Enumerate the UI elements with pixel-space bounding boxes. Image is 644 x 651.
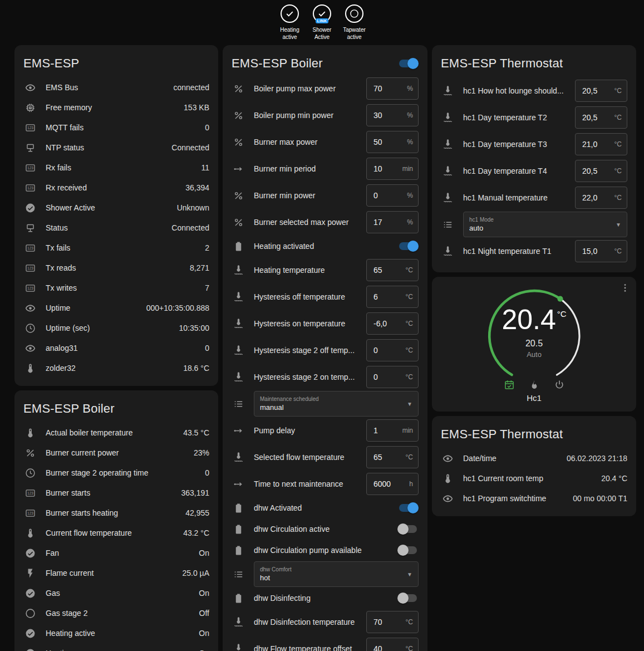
badge-label: Heating active bbox=[277, 27, 303, 41]
entity-row[interactable]: Rx fails 11 bbox=[23, 158, 209, 178]
unit-label: min bbox=[402, 427, 413, 434]
number-input[interactable]: 65 °C bbox=[366, 446, 419, 468]
number-value: 6000 bbox=[373, 479, 391, 488]
control-label: dhw Circulation pump available bbox=[254, 546, 393, 555]
number-input[interactable]: 70 % bbox=[366, 77, 419, 100]
entity-row[interactable]: Burner stage 2 operating time 0 bbox=[23, 463, 209, 483]
power-icon[interactable] bbox=[554, 379, 565, 390]
number-input[interactable]: 6000 h bbox=[366, 473, 419, 495]
unit-label: °C bbox=[614, 140, 622, 148]
control-row: hc1 Mode auto ▼ bbox=[441, 211, 627, 238]
entity-row[interactable]: Tx writes 7 bbox=[23, 278, 209, 298]
card-toggle-switch[interactable] bbox=[397, 58, 419, 69]
number-input[interactable]: 17 % bbox=[366, 211, 419, 233]
entity-row[interactable]: Date/time 06.02.2023 21:18 bbox=[441, 448, 627, 468]
clock-icon bbox=[23, 468, 46, 478]
number-input[interactable]: 0 % bbox=[366, 184, 419, 207]
number-input[interactable]: 20,5 °C bbox=[575, 106, 627, 129]
entity-row[interactable]: Actual boiler temperature 43.5 °C bbox=[23, 423, 209, 443]
circle-outline-icon bbox=[350, 9, 359, 18]
entity-value: 7 bbox=[205, 283, 209, 292]
entity-label: Gas bbox=[46, 589, 193, 598]
control-row: Hysteresis stage 2 on temp... 0 °C bbox=[232, 364, 419, 390]
unit-label: °C bbox=[406, 645, 413, 651]
number-input[interactable]: 0 °C bbox=[366, 366, 419, 388]
select-input[interactable]: dhw Comfort hot ▼ bbox=[254, 561, 419, 587]
number-input[interactable]: 40 °C bbox=[366, 638, 419, 651]
entity-row[interactable]: Tx fails 2 bbox=[23, 238, 209, 258]
entity-row[interactable]: Flame current 25.0 µA bbox=[23, 563, 209, 583]
control-row: Maintenance scheduled manual ▼ bbox=[232, 390, 419, 417]
entity-row[interactable]: Rx received 36,394 bbox=[23, 178, 209, 198]
entity-row[interactable]: Uptime 000+10:35:00.888 bbox=[23, 298, 209, 318]
chevron-down-icon: ▼ bbox=[407, 401, 412, 407]
number-input[interactable]: 6 °C bbox=[366, 286, 419, 308]
entity-row[interactable]: Uptime (sec) 10:35:00 bbox=[23, 318, 209, 338]
number-input[interactable]: 10 min bbox=[366, 158, 419, 180]
percent-icon bbox=[232, 190, 254, 201]
middle-column: EMS-ESP Boiler Boiler pump max power 70 … bbox=[223, 45, 427, 651]
percent-icon bbox=[232, 137, 254, 148]
percent-icon bbox=[232, 84, 254, 94]
unit-label: °C bbox=[614, 167, 622, 175]
toggle-switch[interactable] bbox=[397, 545, 419, 556]
entity-row[interactable]: hc1 Current room temp 20.4 °C bbox=[441, 468, 627, 488]
select-input[interactable]: hc1 Mode auto ▼ bbox=[463, 212, 627, 237]
number-input[interactable]: 21,0 °C bbox=[575, 133, 627, 155]
entity-row[interactable]: hc1 Program switchtime 00 mo 00:00 T1 bbox=[441, 488, 627, 508]
more-options-icon[interactable] bbox=[620, 282, 631, 293]
entity-row[interactable]: Gas stage 2 Off bbox=[23, 603, 209, 623]
entity-row[interactable]: Status Connected bbox=[23, 218, 209, 238]
number-input[interactable]: 50 % bbox=[366, 131, 419, 153]
entity-row[interactable]: Heating active On bbox=[23, 623, 209, 643]
link-chip: LINK bbox=[316, 18, 329, 23]
toggle-switch[interactable] bbox=[397, 502, 419, 513]
number-input[interactable]: 15,0 °C bbox=[575, 240, 627, 262]
thermo-water-icon bbox=[441, 193, 463, 203]
calendar-check-icon[interactable] bbox=[504, 379, 515, 390]
select-input[interactable]: Maintenance scheduled manual ▼ bbox=[254, 391, 419, 417]
glance-badge[interactable]: Tapwater active bbox=[341, 4, 368, 41]
entity-row[interactable]: MQTT fails 0 bbox=[23, 118, 209, 138]
entity-label: hc1 Current room temp bbox=[463, 474, 596, 483]
toggle-switch[interactable] bbox=[397, 523, 419, 535]
number-input[interactable]: 22,0 °C bbox=[575, 187, 627, 209]
entity-row[interactable]: Burner starts 363,191 bbox=[23, 483, 209, 503]
badge-circle[interactable] bbox=[281, 4, 299, 23]
card-header: EMS-ESP Boiler bbox=[232, 52, 419, 75]
glance-badge[interactable]: Heating active bbox=[277, 4, 303, 41]
badge-circle[interactable] bbox=[345, 4, 363, 23]
entity-row[interactable]: Tx reads 8,271 bbox=[23, 258, 209, 278]
entity-label: Free memory bbox=[46, 103, 178, 112]
entity-row[interactable]: zolder32 18.6 °C bbox=[23, 358, 209, 378]
number-input[interactable]: 70 °C bbox=[366, 611, 419, 633]
toggle-switch[interactable] bbox=[397, 241, 419, 252]
number-input[interactable]: 20,5 °C bbox=[575, 80, 627, 102]
number-input[interactable]: 0 °C bbox=[366, 339, 419, 361]
entity-row[interactable]: Fan On bbox=[23, 543, 209, 563]
entity-row[interactable]: Heating pump On bbox=[23, 643, 209, 651]
entity-row[interactable]: Gas On bbox=[23, 583, 209, 603]
toggle-switch[interactable] bbox=[397, 593, 419, 604]
temperature-dial[interactable]: 20.4 °C 20.5 Auto bbox=[482, 285, 587, 387]
number-input[interactable]: -6,0 °C bbox=[366, 312, 419, 335]
unit-label: min bbox=[402, 165, 413, 173]
left-column: EMS-ESP EMS Bus connected Free memory 15… bbox=[14, 45, 218, 651]
percent-icon bbox=[23, 448, 46, 458]
entity-row[interactable]: Burner starts heating 42,955 bbox=[23, 503, 209, 523]
glance-badge[interactable]: LINK Shower Active bbox=[309, 4, 336, 41]
entity-row[interactable]: EMS Bus connected bbox=[23, 77, 209, 97]
entity-row[interactable]: Current flow temperature 43.2 °C bbox=[23, 523, 209, 543]
number-input[interactable]: 30 % bbox=[366, 104, 419, 126]
number-value: 70 bbox=[373, 84, 382, 93]
fire-icon[interactable] bbox=[529, 379, 540, 390]
number-input[interactable]: 20,5 °C bbox=[575, 160, 627, 182]
entity-row[interactable]: analog31 0 bbox=[23, 338, 209, 358]
number-input[interactable]: 65 °C bbox=[366, 259, 419, 281]
entity-row[interactable]: Shower Active Unknown bbox=[23, 198, 209, 218]
entity-row[interactable]: Burner current power 23% bbox=[23, 443, 209, 463]
entity-row[interactable]: NTP status Connected bbox=[23, 138, 209, 158]
badge-circle[interactable]: LINK bbox=[313, 4, 331, 23]
entity-row[interactable]: Free memory 153 KB bbox=[23, 97, 209, 118]
number-input[interactable]: 1 min bbox=[366, 419, 419, 442]
